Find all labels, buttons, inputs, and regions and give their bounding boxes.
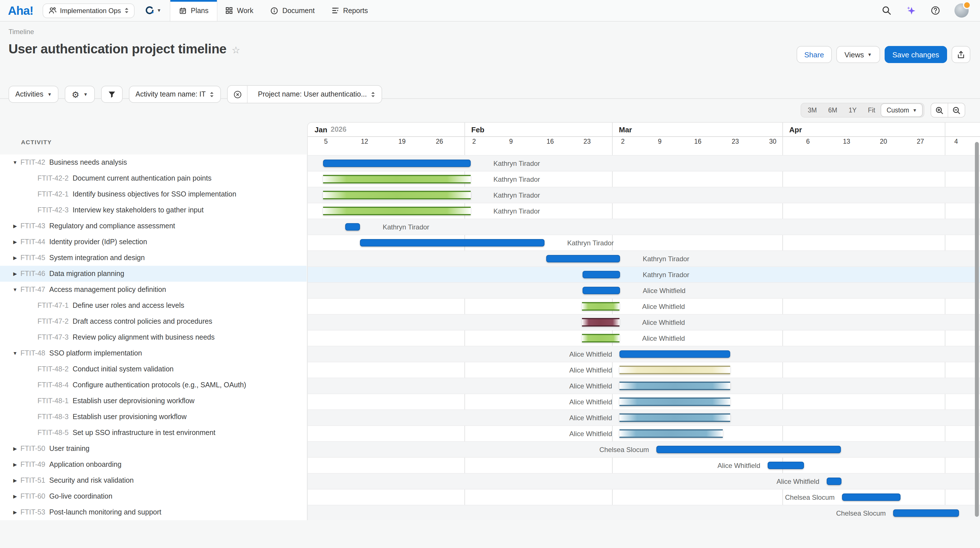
- activity-row-ftit-50[interactable]: ▶FTIT-50User training: [0, 441, 307, 457]
- assignee-label: Alice Whitfield: [642, 319, 685, 327]
- activity-row-ftit-47-1[interactable]: FTIT-47-1Define user roles and access le…: [0, 298, 307, 314]
- aha-logo[interactable]: Aha!: [8, 4, 33, 18]
- gantt-bar-ftit-53[interactable]: [893, 510, 959, 517]
- tab-document[interactable]: Document: [262, 0, 323, 21]
- collapse-caret-icon[interactable]: ▼: [12, 159, 18, 165]
- gantt-bar-ftit-44[interactable]: [360, 239, 544, 247]
- activity-row-ftit-51[interactable]: ▶FTIT-51Security and risk validation: [0, 473, 307, 488]
- gantt-bar-ftit-42[interactable]: [323, 159, 471, 167]
- settings-dropdown[interactable]: ⚙▼: [65, 86, 95, 103]
- activity-row-ftit-43[interactable]: ▶FTIT-43Regulatory and compliance assess…: [0, 218, 307, 234]
- gantt-bar-ftit-60[interactable]: [842, 494, 900, 501]
- activity-row-ftit-45[interactable]: ▶FTIT-45System integration and design: [0, 250, 307, 266]
- activity-row-ftit-47[interactable]: ▼FTIT-47Access management policy definit…: [0, 282, 307, 298]
- expand-caret-icon[interactable]: ▶: [12, 478, 18, 483]
- activity-row-ftit-48-3[interactable]: FTIT-48-3Establish user provisioning wor…: [0, 409, 307, 425]
- zoom-out-button[interactable]: [948, 104, 965, 117]
- filter-button[interactable]: [101, 86, 123, 103]
- gantt-bar-ftit-49[interactable]: [768, 462, 804, 469]
- gantt-bar-ftit-48[interactable]: [619, 350, 730, 358]
- tab-plans[interactable]: Plans: [170, 0, 217, 21]
- export-button[interactable]: [951, 46, 970, 63]
- save-changes-button[interactable]: Save changes: [885, 46, 947, 63]
- team-filter[interactable]: Activity team name: IT: [129, 86, 221, 103]
- range-fit[interactable]: Fit: [862, 107, 881, 113]
- activity-id: FTIT-51: [21, 476, 45, 484]
- workspace-selector[interactable]: Implementation Ops: [42, 3, 135, 18]
- range-3m[interactable]: 3M: [802, 107, 822, 113]
- gantt-bar-ftit-48-2[interactable]: [619, 366, 730, 374]
- activity-row-ftit-42-3[interactable]: FTIT-42-3Interview key stakeholders to g…: [0, 202, 307, 218]
- activity-row-ftit-49[interactable]: ▶FTIT-49Application onboarding: [0, 457, 307, 473]
- activity-row-ftit-48[interactable]: ▼FTIT-48SSO platform implementation: [0, 345, 307, 361]
- gantt-bar-ftit-43[interactable]: [345, 223, 360, 231]
- gantt-bar-ftit-47-1[interactable]: [582, 302, 619, 311]
- project-filter-value[interactable]: Project name: User authenticatio...: [252, 90, 382, 98]
- gantt-bar-ftit-47-3[interactable]: [582, 334, 619, 342]
- expand-caret-icon[interactable]: ▶: [12, 271, 18, 277]
- gantt-bar-ftit-42-2[interactable]: [323, 175, 471, 183]
- activity-row-ftit-48-2[interactable]: FTIT-48-2Conduct initial system validati…: [0, 361, 307, 377]
- gantt-bar-ftit-42-1[interactable]: [323, 191, 471, 199]
- gantt-bar-ftit-47-2[interactable]: [582, 318, 619, 327]
- tab-work[interactable]: Work: [217, 0, 262, 21]
- gantt-bar-ftit-51[interactable]: [827, 478, 842, 485]
- range-custom-dropdown[interactable]: Custom▼: [881, 104, 923, 117]
- expand-caret-icon[interactable]: ▶: [12, 223, 18, 229]
- gantt-bar-ftit-47[interactable]: [582, 287, 620, 294]
- gantt-bar-ftit-46[interactable]: [582, 271, 620, 278]
- activity-id: FTIT-45: [21, 254, 45, 262]
- activity-row-ftit-48-4[interactable]: FTIT-48-4Configure authentication protoc…: [0, 377, 307, 393]
- expand-caret-icon[interactable]: ▶: [12, 255, 18, 261]
- search-icon[interactable]: [882, 6, 891, 15]
- remove-filter-button[interactable]: [228, 86, 248, 103]
- share-button[interactable]: Share: [796, 46, 832, 63]
- gantt-bar-ftit-42-3[interactable]: [323, 207, 471, 215]
- activity-row-ftit-60[interactable]: ▶FTIT-60Go-live coordination: [0, 488, 307, 504]
- activities-dropdown[interactable]: Activities▼: [8, 86, 59, 103]
- tab-reports[interactable]: Reports: [323, 0, 377, 21]
- gantt-bar-ftit-48-4[interactable]: [619, 382, 730, 390]
- activity-row-ftit-47-3[interactable]: FTIT-47-3Review policy alignment with bu…: [0, 329, 307, 345]
- expand-caret-icon[interactable]: ▶: [12, 446, 18, 451]
- activity-row-ftit-48-1[interactable]: FTIT-48-1Establish user deprovisioning w…: [0, 393, 307, 409]
- collapse-caret-icon[interactable]: ▼: [12, 287, 18, 292]
- range-1y[interactable]: 1Y: [843, 107, 862, 113]
- vertical-scrollbar[interactable]: [975, 140, 980, 521]
- favorite-star-icon[interactable]: ☆: [232, 45, 240, 56]
- views-button[interactable]: Views▼: [836, 46, 880, 63]
- activity-row-ftit-47-2[interactable]: FTIT-47-2Draft access control policies a…: [0, 314, 307, 329]
- gantt-bar-ftit-48-5[interactable]: [619, 429, 723, 438]
- assignee-label: Alice Whitfield: [718, 462, 760, 470]
- range-6m[interactable]: 6M: [822, 107, 843, 113]
- ai-sparkle-icon[interactable]: [905, 5, 916, 16]
- assignee-label: Alice Whitfield: [776, 478, 819, 486]
- gantt-row-ftit-48-5: Alice Whitfield: [308, 425, 980, 441]
- activity-row-ftit-48-5[interactable]: FTIT-48-5Set up SSO infrastructure in te…: [0, 425, 307, 441]
- activity-id: FTIT-43: [21, 222, 45, 230]
- activity-row-ftit-46[interactable]: ▶FTIT-46Data migration planning: [0, 266, 307, 282]
- assignee-label: Alice Whitfield: [569, 382, 612, 390]
- gantt-bar-ftit-48-3[interactable]: [619, 413, 730, 422]
- gantt-row-ftit-48-4: Alice Whitfield: [308, 378, 980, 393]
- activity-title: User training: [49, 444, 90, 452]
- activity-row-ftit-42-1[interactable]: FTIT-42-1Identify business objectives fo…: [0, 186, 307, 202]
- zoom-in-button[interactable]: [931, 104, 948, 117]
- gantt-bar-ftit-50[interactable]: [656, 446, 841, 453]
- expand-caret-icon[interactable]: ▶: [12, 239, 18, 245]
- activity-row-ftit-44[interactable]: ▶FTIT-44Identity provider (IdP) selectio…: [0, 234, 307, 250]
- expand-caret-icon[interactable]: ▶: [12, 494, 18, 499]
- help-icon[interactable]: [931, 6, 940, 15]
- gantt-bar-ftit-45[interactable]: [546, 255, 620, 262]
- gantt-bar-ftit-48-1[interactable]: [619, 398, 730, 406]
- expand-caret-icon[interactable]: ▶: [12, 462, 18, 467]
- activity-row-ftit-53[interactable]: ▶FTIT-53Post-launch monitoring and suppo…: [0, 504, 307, 520]
- expand-caret-icon[interactable]: ▶: [12, 510, 18, 515]
- avatar[interactable]: [955, 3, 969, 18]
- activity-row-ftit-42[interactable]: ▼FTIT-42Business needs analysis: [0, 155, 307, 170]
- workspace-line-button[interactable]: ▼: [142, 5, 165, 16]
- activity-row-ftit-42-2[interactable]: FTIT-42-2Document current authentication…: [0, 170, 307, 186]
- collapse-caret-icon[interactable]: ▼: [12, 350, 18, 356]
- scrollbar-thumb[interactable]: [975, 142, 979, 517]
- activity-title: Interview key stakeholders to gather inp…: [73, 206, 204, 214]
